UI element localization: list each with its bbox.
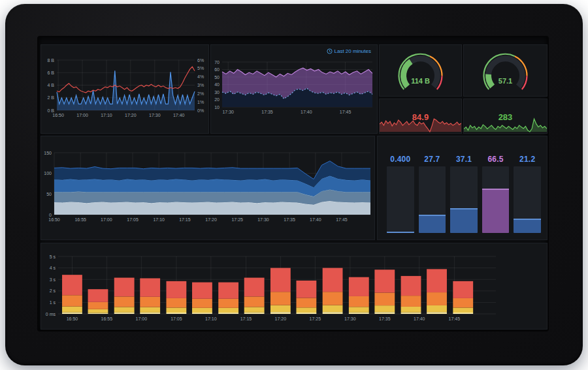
panel-bar-gauge: 0.40027.737.166.521.2 xyxy=(377,136,547,240)
svg-text:4%: 4% xyxy=(197,74,204,79)
network-traffic-chart: 8 B6 B4 B2 B0 B6%5%4%3%2%1%0%16:5017:001… xyxy=(41,45,208,133)
bar-gauge-fill xyxy=(482,189,510,233)
svg-text:10: 10 xyxy=(214,105,220,110)
bar-gauge-fill xyxy=(419,215,446,233)
svg-text:17:05: 17:05 xyxy=(127,217,139,222)
svg-text:4 s: 4 s xyxy=(50,266,56,270)
panel-latency-band: 7060504030201017:3017:3517:4017:45 Last … xyxy=(210,44,378,134)
bar-gauge-value-label: 66.5 xyxy=(482,155,510,166)
svg-text:1%: 1% xyxy=(197,100,204,104)
svg-text:17:00: 17:00 xyxy=(76,113,88,117)
panel-gauge-bytes: 114 B xyxy=(379,44,462,97)
panel-stat-red: 84.9 xyxy=(379,99,462,134)
svg-text:16:50: 16:50 xyxy=(52,113,64,117)
svg-text:17:10: 17:10 xyxy=(101,113,112,117)
tablet-device-frame: 8 B6 B4 B2 B0 B6%5%4%3%2%1%0%16:5017:001… xyxy=(5,4,583,365)
svg-text:5 s: 5 s xyxy=(50,254,56,259)
panel-network-traffic: 8 B6 B4 B2 B0 B6%5%4%3%2%1%0%16:5017:001… xyxy=(41,44,209,134)
svg-text:50: 50 xyxy=(214,75,220,80)
bar-gauge-value-label: 0.400 xyxy=(387,155,414,166)
svg-text:2 s: 2 s xyxy=(50,288,56,293)
bar-gauge-value-label: 37.1 xyxy=(450,155,478,166)
latency-band-chart: 7060504030201017:3017:3517:4017:45 xyxy=(211,45,377,133)
svg-text:4 B: 4 B xyxy=(47,83,54,87)
svg-text:0 ms: 0 ms xyxy=(46,312,56,316)
grafana-dashboard: 8 B6 B4 B2 B0 B6%5%4%3%2%1%0%16:5017:001… xyxy=(39,37,547,330)
bar-gauge-fill xyxy=(514,219,541,233)
svg-text:17:10: 17:10 xyxy=(153,217,165,222)
bar-gauge-item: 0.400 xyxy=(387,155,414,233)
bar-gauge-item: 37.1 xyxy=(450,155,478,233)
svg-text:70: 70 xyxy=(214,60,220,65)
stat-red-value: 84.9 xyxy=(380,112,461,122)
svg-text:17:35: 17:35 xyxy=(284,217,295,222)
bar-gauge-value-label: 27.7 xyxy=(419,155,446,166)
svg-text:8 B: 8 B xyxy=(47,58,54,63)
svg-text:17:25: 17:25 xyxy=(310,316,321,321)
svg-text:17:20: 17:20 xyxy=(205,217,217,222)
svg-text:17:10: 17:10 xyxy=(205,316,217,321)
bar-gauge-item: 21.2 xyxy=(514,155,541,233)
svg-text:20: 20 xyxy=(214,97,220,102)
gauge-rate-arc xyxy=(464,45,547,96)
svg-text:17:40: 17:40 xyxy=(173,113,185,117)
gauge-rate-value: 57.1 xyxy=(464,77,547,85)
svg-text:17:40: 17:40 xyxy=(310,217,321,222)
svg-text:1 s: 1 s xyxy=(50,300,56,305)
svg-text:17:05: 17:05 xyxy=(171,316,182,321)
bar-gauge-fill xyxy=(387,232,414,233)
bar-gauge-track xyxy=(450,166,478,233)
panel-response-times: 5 s4 s3 s2 s1 s0 ms16:5016:5517:0017:051… xyxy=(41,243,547,330)
svg-text:0 B: 0 B xyxy=(47,108,54,113)
svg-text:100: 100 xyxy=(44,171,52,176)
svg-text:17:30: 17:30 xyxy=(257,217,269,222)
bar-gauge-track xyxy=(419,166,446,233)
panel-gauge-rate: 57.1 xyxy=(463,44,547,97)
clock-icon xyxy=(327,48,333,54)
svg-text:17:30: 17:30 xyxy=(222,110,234,114)
lat-svg: 7060504030201017:3017:3517:4017:45 xyxy=(211,45,377,133)
svg-text:17:20: 17:20 xyxy=(125,113,137,117)
svg-text:17:25: 17:25 xyxy=(231,217,243,222)
svg-text:17:45: 17:45 xyxy=(340,110,351,114)
svg-text:16:50: 16:50 xyxy=(48,217,60,222)
time-range-picker[interactable]: Last 20 minutes xyxy=(327,48,371,54)
svg-text:40: 40 xyxy=(214,82,220,87)
svg-text:17:30: 17:30 xyxy=(149,113,161,117)
svg-text:17:45: 17:45 xyxy=(336,217,348,222)
svg-text:0%: 0% xyxy=(197,108,204,113)
bar-gauge-track xyxy=(387,166,414,233)
svg-text:17:15: 17:15 xyxy=(240,316,252,321)
svg-text:3%: 3% xyxy=(197,83,204,87)
svg-text:17:40: 17:40 xyxy=(301,110,312,114)
panel-stacked-usage: 15010050016:5016:5517:0017:0517:1017:151… xyxy=(41,136,375,240)
g1-svg xyxy=(380,45,461,96)
svg-text:17:00: 17:00 xyxy=(136,316,148,321)
svg-text:3 s: 3 s xyxy=(50,277,56,282)
svg-text:2%: 2% xyxy=(197,91,204,96)
svg-text:17:35: 17:35 xyxy=(261,110,273,114)
bar-gauge-fill xyxy=(450,208,478,233)
svg-text:2 B: 2 B xyxy=(47,95,54,100)
bar-gauge-item: 27.7 xyxy=(419,155,446,233)
bar-gauge-group: 0.40027.737.166.521.2 xyxy=(387,155,541,233)
svg-text:50: 50 xyxy=(46,192,52,196)
svg-text:16:55: 16:55 xyxy=(74,217,86,222)
g2-svg xyxy=(464,45,547,96)
svg-text:6%: 6% xyxy=(197,58,204,63)
bar-gauge-item: 66.5 xyxy=(482,155,510,233)
svg-text:0: 0 xyxy=(49,213,52,217)
svg-text:17:15: 17:15 xyxy=(179,217,191,222)
panel-stat-green: 283 xyxy=(463,99,547,134)
stacked-usage-chart: 15010050016:5016:5517:0017:0517:1017:151… xyxy=(41,136,374,239)
time-range-label: Last 20 minutes xyxy=(335,48,371,54)
response-times-chart: 5 s4 s3 s2 s1 s0 ms16:5016:5517:0017:051… xyxy=(41,243,547,329)
svg-text:16:50: 16:50 xyxy=(67,316,78,321)
svg-text:16:55: 16:55 xyxy=(101,316,113,321)
svg-text:6 B: 6 B xyxy=(47,70,54,75)
svg-text:17:20: 17:20 xyxy=(275,316,287,321)
svg-text:5%: 5% xyxy=(197,66,204,70)
bar-gauge-value-label: 21.2 xyxy=(514,155,541,166)
svg-text:17:40: 17:40 xyxy=(414,316,425,321)
svg-text:17:30: 17:30 xyxy=(344,316,356,321)
